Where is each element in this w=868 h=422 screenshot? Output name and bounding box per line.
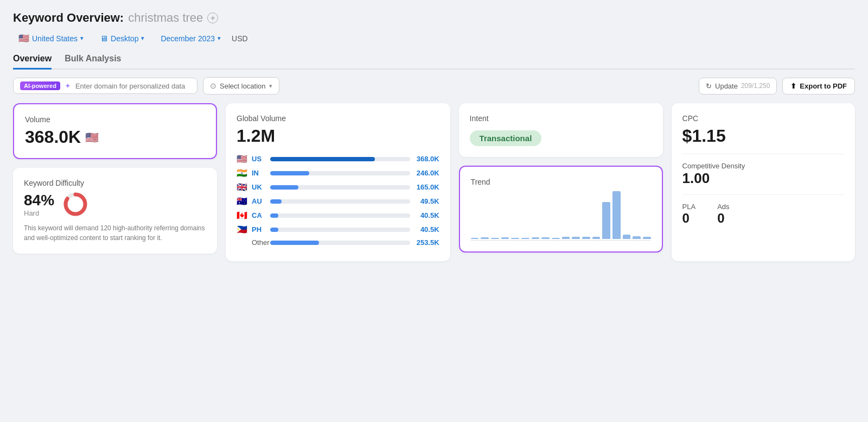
volume-label: Volume [25,115,205,124]
cpc-label: CPC [682,114,844,123]
trend-bar-16 [633,236,641,239]
export-icon: ⬆ [790,82,796,90]
add-keyword-button[interactable]: + [207,12,218,23]
ads-item: Ads 0 [717,203,729,226]
middle-right-column: Intent Transactional Trend [459,103,663,261]
trend-bar-10 [572,237,580,239]
trend-bar-5 [521,238,529,239]
pla-label: PLA [682,203,696,211]
ai-badge: AI-powered [20,81,60,90]
update-label: Update [715,82,738,90]
country-row-in: 🇮🇳 IN 246.0K [237,168,439,178]
kd-label: Keyword Difficulty [24,179,206,187]
trend-card: Trend [459,166,663,253]
ads-label: Ads [717,203,729,211]
flag-uk: 🇬🇧 [237,182,247,192]
country-label: United States [32,34,78,43]
kd-value: 84% Hard [24,192,54,217]
date-filter[interactable]: December 2023 ▾ [155,32,226,46]
cpc-card: CPC $1.15 Competitive Density 1.00 PLA 0… [672,103,855,261]
pla-value: 0 [682,211,696,226]
trend-bar-15 [623,235,631,239]
left-column: Volume 368.0K 🇺🇸 Keyword Difficulty 84% … [13,103,217,261]
kd-row: 84% Hard [24,191,206,218]
export-button[interactable]: ⬆ Export to PDF [782,78,855,95]
location-chevron-icon: ▾ [269,83,272,90]
code-in: IN [252,169,266,177]
country-row-uk: 🇬🇧 UK 165.0K [237,182,439,192]
tab-bulk-analysis[interactable]: Bulk Analysis [65,54,121,70]
tab-overview[interactable]: Overview [13,54,52,70]
trend-bar-8 [552,238,560,239]
tabs-row: Overview Bulk Analysis [13,54,855,70]
global-volume-label: Global Volume [237,114,439,123]
trend-bar-7 [541,237,550,239]
country-filter[interactable]: 🇺🇸 United States ▾ [13,30,89,46]
cards-grid: Volume 368.0K 🇺🇸 Keyword Difficulty 84% … [13,103,855,261]
page-title-row: Keyword Overview: christmas tree + [13,11,855,25]
flag-us: 🇺🇸 [237,154,247,164]
pla-item: PLA 0 [682,203,696,226]
update-button[interactable]: ↻ Update 209/1,250 [699,78,777,95]
volume-number: 368.0K [25,127,81,147]
flag-ph: 🇵🇭 [237,224,247,235]
kd-number: 84% [24,192,54,209]
svg-point-1 [66,194,85,214]
code-us: US [252,155,266,163]
trend-chart [471,192,651,241]
flag-in: 🇮🇳 [237,168,247,178]
country-flag: 🇺🇸 [18,33,29,43]
trend-bar-4 [511,238,519,239]
val-ph: 40.5K [414,225,439,234]
country-row-ph: 🇵🇭 PH 40.5K [237,224,439,235]
trend-bar-11 [582,237,590,239]
volume-card: Volume 368.0K 🇺🇸 [13,103,217,159]
update-count: 209/1,250 [741,82,770,90]
intent-card: Intent Transactional [459,103,663,157]
sparkle-icon: ✦ [65,81,71,90]
device-label: Desktop [111,34,138,43]
volume-flag: 🇺🇸 [85,131,99,144]
kd-donut [62,191,89,218]
ads-value: 0 [717,211,729,226]
device-filter[interactable]: 🖥 Desktop ▾ [94,31,150,46]
location-icon: ⊙ [210,81,216,90]
trend-bar-9 [562,237,570,239]
trend-label: Trend [471,178,651,186]
monitor-icon: 🖥 [100,34,108,43]
cpc-value: $1.15 [682,126,844,146]
keyword-text: christmas tree [128,11,203,25]
trend-bar-13 [602,202,610,239]
code-ca: CA [252,211,266,219]
global-volume-value: 1.2M [237,126,439,146]
country-row-au: 🇦🇺 AU 49.5K [237,196,439,206]
country-row-other: Other 253.5K [237,238,439,247]
val-ca: 40.5K [414,211,439,219]
page-header: Keyword Overview: christmas tree + 🇺🇸 Un… [13,11,855,46]
trend-bar-6 [532,237,540,239]
currency-label: USD [232,34,248,43]
domain-input[interactable] [75,82,190,90]
val-us: 368.0K [414,155,439,163]
intent-badge: Transactional [470,130,542,146]
date-chevron-icon: ▾ [218,35,221,42]
competitive-density-label: Competitive Density [682,162,844,170]
export-label: Export to PDF [800,82,847,90]
global-volume-card: Global Volume 1.2M 🇺🇸 US 368.0K 🇮🇳 IN 24… [226,103,450,261]
val-au: 49.5K [414,197,439,205]
refresh-icon: ↻ [706,82,712,90]
kd-difficulty-label: Hard [24,209,54,217]
filters-row: 🇺🇸 United States ▾ 🖥 Desktop ▾ December … [13,30,855,46]
pla-ads-row: PLA 0 Ads 0 [682,203,844,226]
location-button[interactable]: ⊙ Select location ▾ [203,77,279,95]
country-row-us: 🇺🇸 US 368.0K [237,154,439,164]
domain-input-wrap: AI-powered ✦ [13,78,197,94]
code-uk: UK [252,183,266,191]
intent-label: Intent [470,114,652,123]
country-rows: 🇺🇸 US 368.0K 🇮🇳 IN 246.0K 🇬🇧 UK 165.0K [237,154,439,247]
val-other: 253.5K [414,238,439,247]
trend-bar-12 [592,237,601,239]
flag-au: 🇦🇺 [237,196,247,206]
code-au: AU [252,197,266,205]
kd-description: This keyword will demand 120 high-author… [24,223,206,243]
